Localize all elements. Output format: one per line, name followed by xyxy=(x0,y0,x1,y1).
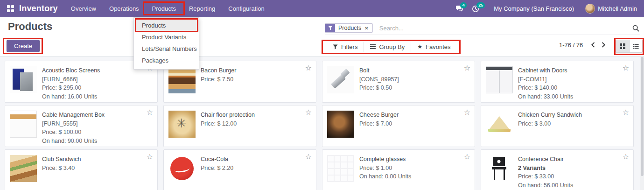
product-price: Price: $ 7.50 xyxy=(201,75,236,84)
favorite-star-icon[interactable]: ☆ xyxy=(623,152,629,161)
favorite-star-icon[interactable]: ☆ xyxy=(464,108,470,117)
create-button-label: Create xyxy=(14,42,32,49)
product-card[interactable]: Conference Chair 2 Variants Price: $ 33.… xyxy=(481,149,634,190)
app-title[interactable]: Inventory xyxy=(19,4,58,14)
top-navbar: Inventory Overview Operations Products R… xyxy=(0,0,644,17)
favorite-star-icon[interactable]: ☆ xyxy=(305,108,312,117)
list-view-button[interactable] xyxy=(629,40,642,52)
nav-item-products-label: Products xyxy=(152,5,176,12)
product-image xyxy=(10,66,37,93)
product-ref: [CONS_89957] xyxy=(359,75,399,84)
product-ref: [FURN_6666] xyxy=(42,75,100,84)
product-on-hand: On hand: 0.00 Units xyxy=(359,172,411,181)
page-title: Products xyxy=(8,21,52,33)
product-name[interactable]: Cable Management Box xyxy=(42,111,105,120)
nav-item-products[interactable]: Products xyxy=(146,0,182,17)
nav-item-overview[interactable]: Overview xyxy=(64,0,103,17)
pager-next-button[interactable] xyxy=(598,40,609,49)
product-card[interactable]: Chicken Curry Sandwich Price: $ 3.00 ☆ xyxy=(481,105,634,147)
group-by-button[interactable]: Group By xyxy=(364,42,411,52)
product-price: Price: $ 295.00 xyxy=(42,84,100,92)
product-card[interactable]: Cable Management Box [FURN_5555] Price: … xyxy=(5,105,158,147)
product-image xyxy=(168,111,196,138)
apps-menu-icon[interactable] xyxy=(7,5,14,12)
product-name[interactable]: Cabinet with Doors xyxy=(518,66,573,75)
favorite-star-icon[interactable]: ☆ xyxy=(464,63,470,72)
product-price: Price: $ 1.00 xyxy=(359,164,411,173)
product-price: Price: $ 7.00 xyxy=(359,120,399,128)
dropdown-item-products-label: Products xyxy=(142,22,166,29)
create-button[interactable]: Create xyxy=(7,40,40,52)
product-name[interactable]: Conference Chair xyxy=(518,155,573,164)
filter-funnel-icon xyxy=(325,24,335,32)
product-variants: 2 Variants xyxy=(518,164,573,173)
view-switcher xyxy=(616,40,643,53)
product-card[interactable]: Club Sandwich Price: $ 3.40 ☆ xyxy=(5,149,158,190)
product-card[interactable]: Cheese Burger Price: $ 7.00 ☆ xyxy=(322,105,475,147)
product-on-hand: On hand: 16.00 Units xyxy=(42,92,100,101)
messages-badge: 4 xyxy=(460,2,467,8)
product-ref: [E-COM11] xyxy=(518,75,573,84)
nav-item-operations[interactable]: Operations xyxy=(103,0,146,17)
favorite-star-icon[interactable]: ☆ xyxy=(623,63,629,72)
product-image xyxy=(486,155,513,182)
favorite-star-icon[interactable]: ☆ xyxy=(623,108,629,117)
product-image xyxy=(10,155,37,182)
vertical-scrollbar[interactable] xyxy=(640,56,644,190)
messages-icon[interactable]: 4 xyxy=(455,5,463,12)
product-card[interactable]: Complete glasses Price: $ 1.00 On hand: … xyxy=(322,149,475,190)
dropdown-item-lots-serial-numbers[interactable]: Lots/Serial Numbers xyxy=(134,43,199,55)
dropdown-item-product-variants[interactable]: Product Variants xyxy=(134,31,199,43)
favorite-star-icon[interactable]: ☆ xyxy=(305,63,312,72)
search-input[interactable] xyxy=(376,23,632,34)
product-card[interactable]: Cabinet with Doors [E-COM11] Price: $ 14… xyxy=(481,61,634,103)
search-facet[interactable]: Products ✕ xyxy=(325,23,373,33)
favorites-star-icon: ★ xyxy=(417,43,422,50)
company-switcher[interactable]: My Company (San Francisco) xyxy=(494,5,574,12)
dropdown-item-products[interactable]: Products xyxy=(134,20,199,31)
product-card[interactable]: Coca-Cola Price: $ 2.20 ☆ xyxy=(163,149,316,190)
product-name[interactable]: Acoustic Bloc Screens xyxy=(42,66,100,75)
search-magnifier-icon[interactable] xyxy=(632,25,640,32)
product-price: Price: $ 2.20 xyxy=(201,164,233,173)
product-on-hand: On hand: 90.00 Units xyxy=(42,137,105,146)
user-avatar[interactable] xyxy=(585,4,595,14)
product-image xyxy=(327,111,354,138)
kanban-view: Acoustic Bloc Screens [FURN_6666] Price:… xyxy=(0,56,644,190)
product-name[interactable]: Club Sandwich xyxy=(42,155,81,164)
scrollbar-thumb[interactable] xyxy=(641,57,644,176)
filters-button-label: Filters xyxy=(341,43,357,50)
search-options-group: Filters Group By ★ Favorites xyxy=(327,42,457,52)
product-name[interactable]: Bolt xyxy=(359,66,399,75)
pager-previous-button[interactable] xyxy=(588,40,598,49)
search-facet-label: Products xyxy=(338,25,361,31)
activities-clock-icon[interactable]: 25 xyxy=(472,5,479,13)
product-ref: [FURN_5555] xyxy=(42,120,105,128)
favorite-star-icon[interactable]: ☆ xyxy=(147,108,153,117)
product-price: Price: $ 3.40 xyxy=(42,164,81,173)
product-name[interactable]: Cheese Burger xyxy=(359,111,399,120)
favorites-button[interactable]: ★ Favorites xyxy=(411,42,456,52)
product-name[interactable]: Chair floor protection xyxy=(201,111,255,120)
favorite-star-icon[interactable]: ☆ xyxy=(464,152,470,161)
favorite-star-icon[interactable]: ☆ xyxy=(305,152,312,161)
dropdown-item-packages[interactable]: Packages xyxy=(134,55,199,66)
nav-item-reporting[interactable]: Reporting xyxy=(182,0,222,17)
product-card[interactable]: Bolt [CONS_89957] Price: $ 0.50 ☆ xyxy=(322,61,475,103)
product-name[interactable]: Complete glasses xyxy=(359,155,411,164)
product-name[interactable]: Coca-Cola xyxy=(201,155,233,164)
facet-remove-icon[interactable]: ✕ xyxy=(364,26,368,31)
navbar-systray: 4 25 My Company (San Francisco) Mitchell… xyxy=(451,4,637,14)
product-price: Price: $ 100.00 xyxy=(42,128,105,137)
filters-button[interactable]: Filters xyxy=(327,42,364,52)
nav-item-configuration[interactable]: Configuration xyxy=(222,0,271,17)
product-image xyxy=(168,66,196,93)
favorite-star-icon[interactable]: ☆ xyxy=(147,152,153,161)
product-on-hand: On hand: 56.00 Units xyxy=(518,181,573,190)
pager: 1-76 / 76 xyxy=(559,40,609,49)
kanban-view-button[interactable] xyxy=(616,40,629,52)
user-name[interactable]: Mitchell Admin xyxy=(598,5,637,12)
product-card[interactable]: Chair floor protection Price: $ 12.00 ☆ xyxy=(163,105,316,147)
product-name[interactable]: Bacon Burger xyxy=(201,66,236,75)
product-name[interactable]: Chicken Curry Sandwich xyxy=(518,111,582,120)
